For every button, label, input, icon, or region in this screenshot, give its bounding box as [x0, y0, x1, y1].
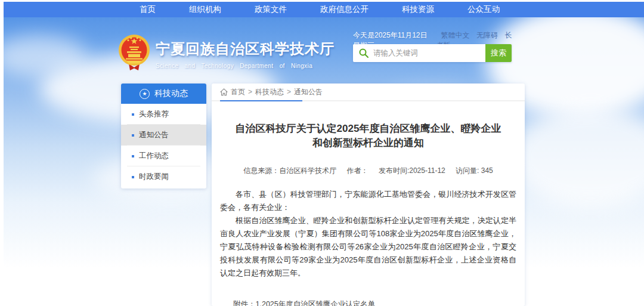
- sidebar-item-label: 头条推荐: [139, 109, 169, 119]
- main-nav: 首页 组织机构 政策文件 政府信息公开 科技资源 公众互动: [123, 2, 516, 17]
- breadcrumb: 首页 > 科技动态 > 通知公告: [212, 84, 525, 101]
- sidebar-item-political-news[interactable]: 时政要闻: [121, 166, 206, 187]
- home-icon: [220, 88, 228, 96]
- site-branding: 宁夏回族自治区科学技术厅 Science and Technology Depa…: [156, 39, 335, 69]
- top-navbar: 首页 组织机构 政策文件 政府信息公开 科技资源 公众互动: [4, 2, 644, 17]
- article-title-line2: 和创新型标杆企业的通知: [312, 137, 424, 149]
- meta-publish-label: 发布时间:: [379, 166, 409, 175]
- attachment-list: 1.2025年度自治区雏鹰企业认定名单 2.2025年度自治区瞪羚企业认定名单 …: [256, 298, 398, 306]
- sidebar-item-label: 时政要闻: [139, 172, 169, 182]
- breadcrumb-separator: >: [287, 88, 291, 96]
- meta-source-label: 信息来源：: [243, 166, 279, 175]
- search-bar: 搜索: [353, 44, 512, 62]
- breadcrumb-section[interactable]: 科技动态: [255, 87, 284, 97]
- sidebar-item-work-dynamics[interactable]: 工作动态: [121, 146, 206, 166]
- sidebar-title: 科技动态: [154, 88, 188, 99]
- breadcrumb-current: 通知公告: [294, 87, 323, 97]
- breadcrumb-separator: >: [248, 88, 252, 96]
- search-button[interactable]: 搜索: [485, 44, 512, 62]
- bullet-icon: [132, 113, 134, 116]
- article-title-line1: 自治区科技厅关于认定2025年度自治区雏鹰企业、瞪羚企业: [236, 123, 501, 134]
- bullet-icon: [132, 176, 134, 178]
- meta-views-label: 访问量:: [456, 166, 479, 175]
- sidebar-item-headlines[interactable]: 头条推荐: [121, 104, 206, 125]
- star-glyph: ★: [142, 91, 147, 97]
- link-traditional-chinese[interactable]: 繁體中文: [441, 31, 470, 39]
- sci-tech-news-icon: ★: [140, 89, 150, 99]
- sidebar-item-label: 工作动态: [139, 151, 169, 161]
- cloud: [510, 107, 644, 208]
- sidebar: ★ 科技动态 头条推荐 通知公告 工作动态 时政要闻: [121, 84, 206, 188]
- attachment-link-eagle-list[interactable]: 1.2025年度自治区雏鹰企业认定名单: [256, 298, 398, 306]
- sidebar-header: ★ 科技动态: [121, 84, 206, 104]
- bullet-icon: [132, 155, 134, 157]
- meta-source-value: 自治区科学技术厅: [279, 166, 336, 175]
- page: 首页 组织机构 政策文件 政府信息公开 科技资源 公众互动 宁夏回族自治区: [0, 0, 644, 306]
- breadcrumb-home[interactable]: 首页: [231, 87, 245, 97]
- content-panel: 首页 > 科技动态 > 通知公告 自治区科技厅关于认定2025年度自治区雏鹰企业…: [212, 84, 525, 306]
- search-icon: [358, 48, 369, 58]
- nav-item-organization[interactable]: 组织机构: [189, 4, 221, 15]
- nav-item-policy-documents[interactable]: 政策文件: [255, 4, 287, 15]
- site-subtitle: Science and Technology Department of Nin…: [156, 63, 335, 69]
- nav-item-sci-tech-resources[interactable]: 科技资源: [402, 4, 434, 15]
- nav-item-public-interaction[interactable]: 公众互动: [467, 4, 500, 15]
- article-body: 各市、县（区）科技管理部门，宁东能源化工基地管委会，银川经济技术开发区管委会，各…: [220, 188, 516, 280]
- paragraph-recipients: 各市、县（区）科技管理部门，宁东能源化工基地管委会，银川经济技术开发区管委会，各…: [220, 188, 516, 214]
- site-title: 宁夏回族自治区科学技术厅: [156, 39, 335, 58]
- paragraph-decision: 根据自治区雏鹰企业、瞪羚企业和创新型标杆企业认定管理有关规定，决定认定半亩良人农…: [220, 214, 516, 280]
- link-accessibility[interactable]: 无障碍: [476, 31, 498, 39]
- article-title: 自治区科技厅关于认定2025年度自治区雏鹰企业、瞪羚企业 和创新型标杆企业的通知: [224, 122, 513, 150]
- meta-publish-value: 2025-11-12: [409, 166, 445, 175]
- meta-views-value: 345: [481, 166, 493, 175]
- article-meta: 信息来源：自治区科学技术厅 作者： 发布时间:2025-11-12 访问量: 3…: [212, 166, 525, 176]
- sidebar-item-label: 通知公告: [139, 130, 169, 140]
- meta-author-label: 作者：: [347, 166, 369, 175]
- national-emblem-icon: [118, 34, 150, 71]
- national-emblem-logo: [118, 34, 150, 71]
- search-input[interactable]: [353, 44, 485, 62]
- attachments: 附件： 1.2025年度自治区雏鹰企业认定名单 2.2025年度自治区瞪羚企业认…: [233, 298, 525, 306]
- attachments-label: 附件：: [233, 298, 256, 306]
- sidebar-item-notices[interactable]: 通知公告: [121, 125, 206, 146]
- nav-item-home[interactable]: 首页: [140, 4, 156, 15]
- bullet-icon: [132, 134, 134, 137]
- nav-item-gov-info-disclosure[interactable]: 政府信息公开: [320, 4, 369, 15]
